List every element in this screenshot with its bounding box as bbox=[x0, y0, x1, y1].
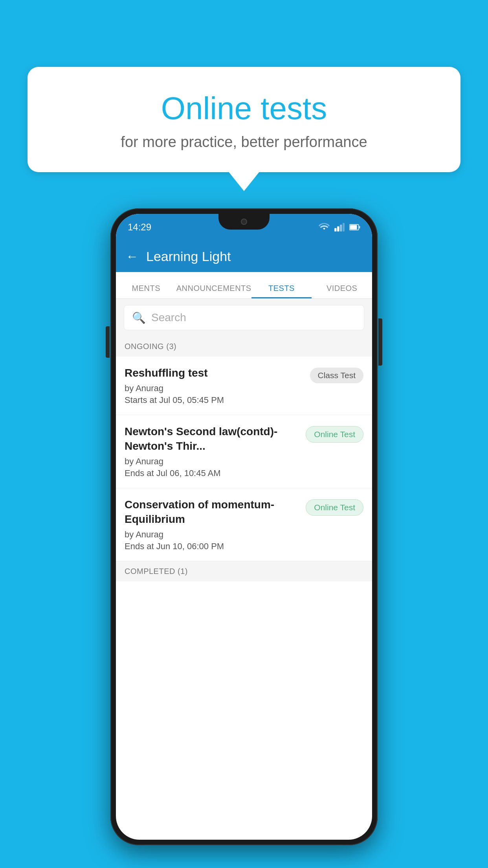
notch bbox=[218, 214, 270, 230]
svg-rect-6 bbox=[359, 226, 360, 228]
completed-label: COMPLETED (1) bbox=[125, 567, 188, 576]
phone-mockup: 14:29 bbox=[110, 208, 378, 845]
test-time: Starts at Jul 05, 05:45 PM bbox=[125, 395, 305, 405]
bubble-title: Online tests bbox=[47, 90, 441, 127]
app-header: ← Learning Light bbox=[116, 241, 372, 272]
search-container: 🔍 Search bbox=[116, 299, 372, 337]
phone-screen: 14:29 bbox=[116, 214, 372, 840]
tab-announcements[interactable]: ANNOUNCEMENTS bbox=[176, 284, 251, 298]
speech-bubble: Online tests for more practice, better p… bbox=[28, 67, 460, 172]
completed-section-header: COMPLETED (1) bbox=[116, 561, 372, 581]
test-by: by Anurag bbox=[125, 530, 301, 540]
test-item[interactable]: Newton's Second law(contd)-Newton's Thir… bbox=[116, 415, 372, 488]
test-info: Reshuffling test by Anurag Starts at Jul… bbox=[125, 366, 305, 405]
tabs-bar: MENTS ANNOUNCEMENTS TESTS VIDEOS bbox=[116, 272, 372, 299]
test-badge-online: Online Test bbox=[306, 426, 363, 443]
search-placeholder: Search bbox=[151, 311, 186, 324]
test-name: Reshuffling test bbox=[125, 366, 305, 380]
svg-rect-1 bbox=[337, 226, 339, 232]
signal-icon bbox=[334, 223, 345, 232]
bubble-subtitle: for more practice, better performance bbox=[47, 134, 441, 151]
test-name: Conservation of momentum-Equilibrium bbox=[125, 498, 301, 526]
test-time: Ends at Jun 10, 06:00 PM bbox=[125, 541, 301, 552]
ongoing-section-header: ONGOING (3) bbox=[116, 337, 372, 357]
ongoing-label: ONGOING (3) bbox=[125, 342, 176, 351]
test-by: by Anurag bbox=[125, 383, 305, 394]
status-bar: 14:29 bbox=[116, 214, 372, 241]
back-button[interactable]: ← bbox=[126, 249, 138, 264]
phone-outer: 14:29 bbox=[110, 208, 378, 845]
app-title: Learning Light bbox=[146, 249, 231, 264]
test-list: Reshuffling test by Anurag Starts at Jul… bbox=[116, 357, 372, 561]
test-info: Conservation of momentum-Equilibrium by … bbox=[125, 498, 301, 552]
svg-rect-5 bbox=[350, 225, 357, 230]
status-time: 14:29 bbox=[128, 222, 151, 233]
camera-dot bbox=[241, 219, 247, 225]
tab-videos[interactable]: VIDEOS bbox=[312, 284, 372, 298]
test-name: Newton's Second law(contd)-Newton's Thir… bbox=[125, 425, 301, 453]
tab-tests[interactable]: TESTS bbox=[251, 284, 312, 298]
search-icon: 🔍 bbox=[132, 311, 146, 324]
test-by: by Anurag bbox=[125, 456, 301, 467]
test-badge-online: Online Test bbox=[306, 499, 363, 516]
svg-rect-0 bbox=[334, 228, 336, 232]
test-badge-class: Class Test bbox=[310, 368, 363, 383]
search-bar[interactable]: 🔍 Search bbox=[124, 305, 364, 330]
test-time: Ends at Jul 06, 10:45 AM bbox=[125, 468, 301, 478]
test-info: Newton's Second law(contd)-Newton's Thir… bbox=[125, 425, 301, 478]
svg-rect-3 bbox=[343, 223, 345, 232]
status-icons bbox=[319, 223, 360, 232]
tab-ments[interactable]: MENTS bbox=[116, 284, 176, 298]
test-item[interactable]: Reshuffling test by Anurag Starts at Jul… bbox=[116, 357, 372, 415]
wifi-icon bbox=[319, 223, 330, 232]
battery-icon bbox=[349, 223, 360, 231]
svg-rect-2 bbox=[340, 225, 342, 232]
test-item[interactable]: Conservation of momentum-Equilibrium by … bbox=[116, 488, 372, 561]
